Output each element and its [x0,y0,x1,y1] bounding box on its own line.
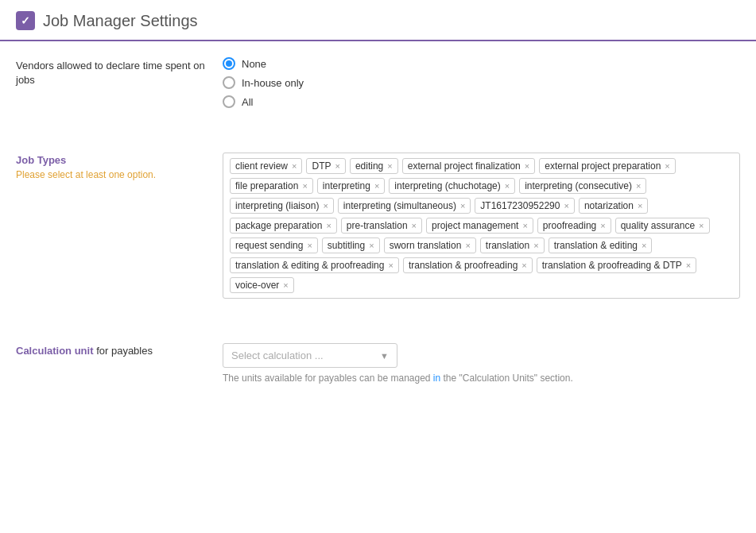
list-item: external project finalization× [402,158,536,174]
list-item: subtitling× [322,238,380,253]
list-item: editing× [350,158,398,174]
list-item: file preparation× [230,178,313,194]
list-item: quality assurance× [615,218,710,234]
close-icon[interactable]: × [307,241,312,250]
list-item: interpreting (consecutive)× [519,178,646,194]
calculation-select[interactable]: Select calculation ... ▼ [223,343,397,368]
calculation-placeholder: Select calculation ... [231,350,324,361]
close-icon[interactable]: × [636,182,641,191]
close-icon[interactable]: × [388,261,393,270]
calculation-label-end: payables [111,345,153,357]
list-item: external project preparation× [539,158,676,174]
list-item: voice-over× [230,277,294,293]
close-icon[interactable]: × [686,261,691,270]
list-item: interpreting (liaison)× [230,198,334,214]
calculation-hint: The units available for payables can be … [223,373,740,384]
list-item: request sending× [230,238,318,253]
radio-none-label: None [242,58,266,70]
close-icon[interactable]: × [642,241,646,250]
close-icon[interactable]: × [412,222,417,230]
vendors-label: Vendors allowed to declare time spent on… [16,57,223,87]
calculation-section: Calculation unit for payables Select cal… [16,343,740,406]
page-title: Job Manager Settings [43,12,198,30]
close-icon[interactable]: × [460,202,465,210]
close-icon[interactable]: × [292,162,297,171]
calculation-connector: for [96,345,111,357]
radio-inhouse-label: In-house only [242,77,304,89]
radio-none-input[interactable] [223,57,235,70]
close-icon[interactable]: × [522,222,527,230]
close-icon[interactable]: × [600,222,605,230]
close-icon[interactable]: × [505,182,510,191]
close-icon[interactable]: × [335,162,339,171]
close-icon[interactable]: × [465,241,470,250]
radio-group-vendors: None In-house only All [223,57,740,108]
list-item: interpreting (chuchotage)× [389,178,515,194]
radio-all-label: All [242,96,253,108]
list-item: interpreting (simultaneous)× [338,198,471,214]
radio-inhouse[interactable]: In-house only [223,76,740,89]
page-header: Job Manager Settings [0,0,756,41]
header-icon [16,11,35,30]
close-icon[interactable]: × [638,202,642,210]
close-icon[interactable]: × [525,162,529,171]
close-icon[interactable]: × [369,241,374,250]
close-icon[interactable]: × [283,281,288,290]
list-item: translation & editing & proofreading× [230,257,399,273]
list-item: translation & editing× [549,238,653,253]
list-item: translation & proofreading× [403,257,533,273]
calculation-control: Select calculation ... ▼ The units avail… [223,343,740,384]
radio-all-input[interactable] [223,95,235,108]
list-item: pre-translation× [341,218,422,234]
list-item: project management× [426,218,533,234]
job-types-label-container: Job Types Please select at least one opt… [16,153,223,180]
radio-all[interactable]: All [223,95,740,108]
list-item: JT1617230952290× [475,198,575,214]
chevron-down-icon: ▼ [380,351,389,361]
list-item: sworn translation× [384,238,476,253]
vendors-control: None In-house only All [223,57,740,108]
job-types-error: Please select at least one option. [16,169,223,180]
radio-none[interactable]: None [223,57,740,70]
calculation-label: Calculation unit for payables [16,345,153,357]
list-item: proofreading× [537,218,611,234]
job-types-section: Job Types Please select at least one opt… [16,153,740,321]
list-item: client review× [230,158,302,174]
close-icon[interactable]: × [323,202,328,210]
list-item: package preparation× [230,218,337,234]
list-item: DTP× [306,158,345,174]
close-icon[interactable]: × [326,222,331,230]
list-item: notarization× [579,198,648,214]
job-types-label: Job Types [16,154,66,166]
close-icon[interactable]: × [533,241,538,250]
close-icon[interactable]: × [564,202,568,210]
radio-inhouse-input[interactable] [223,76,235,89]
job-types-control: client review×DTP×editing×external proje… [223,153,740,299]
calculation-label-container: Calculation unit for payables [16,343,223,357]
tags-container[interactable]: client review×DTP×editing×external proje… [223,153,740,299]
close-icon[interactable]: × [521,261,526,270]
vendors-label-text: Vendors allowed to declare time spent on… [16,59,223,87]
list-item: interpreting× [317,178,385,194]
calculation-label-main: Calculation unit [16,345,94,357]
close-icon[interactable]: × [665,162,669,171]
close-icon[interactable]: × [302,182,307,191]
close-icon[interactable]: × [699,222,704,230]
list-item: translation× [480,238,545,253]
list-item: translation & proofreading & DTP× [537,257,697,273]
vendors-section: Vendors allowed to declare time spent on… [16,57,740,130]
close-icon[interactable]: × [374,182,379,191]
close-icon[interactable]: × [387,162,392,171]
